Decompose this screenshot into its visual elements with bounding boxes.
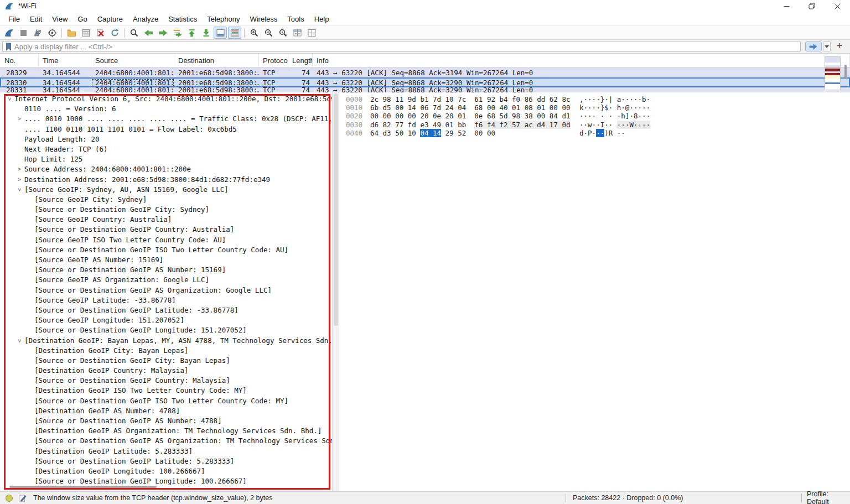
expander-open-icon[interactable]: > <box>14 336 24 346</box>
detail-line[interactable]: [Destination GeoIP Country: Malaysia] <box>0 366 339 376</box>
detail-line[interactable]: [Source or Destination GeoIP Latitude: 5… <box>0 456 339 466</box>
detail-line[interactable]: >Internet Protocol Version 6, Src: 2404:… <box>0 94 339 104</box>
expander-open-icon[interactable]: > <box>14 185 24 195</box>
column-header-source[interactable]: Source <box>91 54 174 67</box>
filter-bookmark-icon[interactable] <box>5 43 12 51</box>
go-to-bottom-icon[interactable] <box>199 27 212 39</box>
close-file-icon[interactable] <box>94 27 107 39</box>
zoom-normal-icon[interactable] <box>276 27 289 39</box>
add-filter-button-icon[interactable]: + <box>836 41 842 51</box>
packet-list-scrollbar[interactable] <box>844 65 847 79</box>
detail-line[interactable]: [Source GeoIP Latitude: -33.86778] <box>0 295 339 305</box>
detail-line[interactable]: 0110 .... = Version: 6 <box>0 104 339 114</box>
reload-file-icon[interactable] <box>108 27 121 39</box>
filter-history-dropdown[interactable] <box>823 41 831 51</box>
detail-line[interactable]: [Source or Destination GeoIP AS Number: … <box>0 416 339 426</box>
hex-dump[interactable]: 00002c 98 11 9d b1 7d 10 7c 61 92 b4 f0 … <box>344 95 650 137</box>
menu-capture[interactable]: Capture <box>92 13 128 25</box>
detail-line[interactable]: Hop Limit: 125 <box>0 154 339 164</box>
open-file-icon[interactable] <box>65 27 78 39</box>
hex-row[interactable]: 00106b d5 00 14 06 7d 24 04 68 00 40 01 … <box>344 103 650 112</box>
detail-line[interactable]: [Source or Destination GeoIP City: Bayan… <box>0 356 339 366</box>
detail-line[interactable]: [Source or Destination GeoIP Longitude: … <box>0 476 339 486</box>
detail-line[interactable]: [Source or Destination GeoIP ISO Two Let… <box>0 245 339 255</box>
menu-file[interactable]: File <box>3 13 25 25</box>
detail-line[interactable]: [Source GeoIP Country: Australia] <box>0 215 339 225</box>
capture-options-icon[interactable] <box>45 27 59 39</box>
detail-line[interactable]: >Destination Address: 2001:e68:5d98:3800… <box>0 175 339 185</box>
restore-button[interactable] <box>799 0 825 12</box>
detail-line[interactable]: [Destination GeoIP Latitude: 5.283333] <box>0 446 339 456</box>
detail-line[interactable]: [Source or Destination GeoIP Country: Au… <box>0 225 339 235</box>
go-to-packet-icon[interactable] <box>170 27 184 39</box>
expander-closed-icon[interactable]: > <box>14 175 24 185</box>
column-header-no[interactable]: No. <box>0 54 39 67</box>
minimize-button[interactable] <box>774 0 799 12</box>
menu-statistics[interactable]: Statistics <box>163 13 202 25</box>
detail-line[interactable]: [Source GeoIP ISO Two Letter Country Cod… <box>0 235 339 245</box>
menu-go[interactable]: Go <box>72 13 92 25</box>
go-forward-icon[interactable] <box>156 27 169 39</box>
detail-line[interactable]: [Source or Destination GeoIP AS Number: … <box>0 265 339 275</box>
start-capture-icon[interactable] <box>2 27 15 39</box>
packet-row[interactable]: 2832934.1645442404:6800:4001:801:…2001:e… <box>0 67 850 77</box>
detail-line[interactable]: [Source GeoIP City: Sydney] <box>0 195 339 205</box>
detail-line[interactable]: [Source or Destination GeoIP ISO Two Let… <box>0 396 339 406</box>
detail-line[interactable]: Next Header: TCP (6) <box>0 144 339 154</box>
expert-info-icon[interactable] <box>6 495 13 502</box>
menu-help[interactable]: Help <box>309 13 334 25</box>
layout-icon[interactable] <box>305 27 318 39</box>
menu-analyze[interactable]: Analyze <box>128 13 163 25</box>
detail-line[interactable]: [Destination GeoIP ISO Two Letter Countr… <box>0 386 339 396</box>
column-header-protocol[interactable]: Protocol <box>259 54 288 67</box>
detail-line[interactable]: [Source GeoIP AS Number: 15169] <box>0 255 339 265</box>
colorize-toggle-icon[interactable] <box>228 27 241 39</box>
go-back-icon[interactable] <box>142 27 155 39</box>
menu-telephony[interactable]: Telephony <box>202 13 245 25</box>
find-packet-icon[interactable] <box>127 27 141 39</box>
menu-view[interactable]: View <box>47 13 72 25</box>
detail-line[interactable]: .... 1100 0110 1011 1101 0101 = Flow Lab… <box>0 124 339 134</box>
menu-edit[interactable]: Edit <box>25 13 47 25</box>
close-button[interactable] <box>825 0 850 12</box>
capture-comment-icon[interactable] <box>18 494 27 502</box>
save-file-icon[interactable] <box>79 27 92 39</box>
zoom-out-icon[interactable] <box>262 27 275 39</box>
detail-line[interactable]: >[Source GeoIP: Sydney, AU, ASN 15169, G… <box>0 185 339 195</box>
column-header-destination[interactable]: Destination <box>174 54 259 67</box>
packet-row[interactable]: 2833134.1645442404:6800:4001:801:…2001:e… <box>0 87 850 92</box>
detail-line[interactable]: [Destination GeoIP City: Bayan Lepas] <box>0 346 339 356</box>
detail-line[interactable]: [Source or Destination GeoIP AS Organiza… <box>0 436 339 446</box>
expander-closed-icon[interactable]: > <box>14 164 24 174</box>
hex-row[interactable]: 002000 00 00 00 20 0e 20 01 0e 68 5d 98 … <box>344 112 650 120</box>
go-to-top-icon[interactable] <box>185 27 198 39</box>
packet-counts[interactable]: Packets: 28422 · Dropped: 0 (0.0%) <box>573 492 683 504</box>
detail-line[interactable]: [Source or Destination GeoIP AS Organiza… <box>0 285 339 295</box>
detail-line[interactable]: [Source GeoIP Longitude: 151.207052] <box>0 315 339 325</box>
detail-horizontal-scrollbar[interactable] <box>9 486 157 488</box>
display-filter-input[interactable] <box>14 43 800 51</box>
menu-wireless[interactable]: Wireless <box>245 13 282 25</box>
resize-columns-icon[interactable] <box>291 27 304 39</box>
apply-filter-button[interactable] <box>805 41 822 51</box>
detail-line[interactable]: >[Destination GeoIP: Bayan Lepas, MY, AS… <box>0 336 339 346</box>
detail-vertical-scrollbar[interactable] <box>332 92 339 492</box>
detail-line[interactable]: [Source or Destination GeoIP Longitude: … <box>0 325 339 335</box>
hex-row[interactable]: 00002c 98 11 9d b1 7d 10 7c 61 92 b4 f0 … <box>344 95 650 103</box>
column-header-time[interactable]: Time <box>39 54 91 67</box>
detail-line[interactable]: >.... 0010 1000 .... .... .... .... ....… <box>0 114 339 124</box>
zoom-in-icon[interactable] <box>247 27 261 39</box>
intelligent-scrollbar-minimap[interactable] <box>825 56 841 90</box>
detail-line[interactable]: [Source or Destination GeoIP Latitude: -… <box>0 305 339 315</box>
detail-line[interactable]: >Source Address: 2404:6800:4001:801::200… <box>0 164 339 174</box>
expander-closed-icon[interactable]: > <box>14 114 24 124</box>
detail-line[interactable]: [Destination GeoIP AS Number: 4788] <box>0 406 339 416</box>
detail-line[interactable]: [Destination GeoIP AS Organization: TM T… <box>0 426 339 436</box>
expander-open-icon[interactable]: > <box>4 94 14 104</box>
hex-row[interactable]: 004064 d3 50 10 04 14 29 52 00 00d·P···)… <box>344 129 650 137</box>
restart-capture-icon[interactable] <box>31 27 44 39</box>
detail-line[interactable]: [Source or Destination GeoIP City: Sydne… <box>0 205 339 215</box>
detail-line[interactable]: [Source or Destination GeoIP Country: Ma… <box>0 376 339 386</box>
detail-line[interactable]: [Source GeoIP AS Organization: Google LL… <box>0 275 339 285</box>
auto-scroll-toggle-icon[interactable] <box>214 27 227 39</box>
